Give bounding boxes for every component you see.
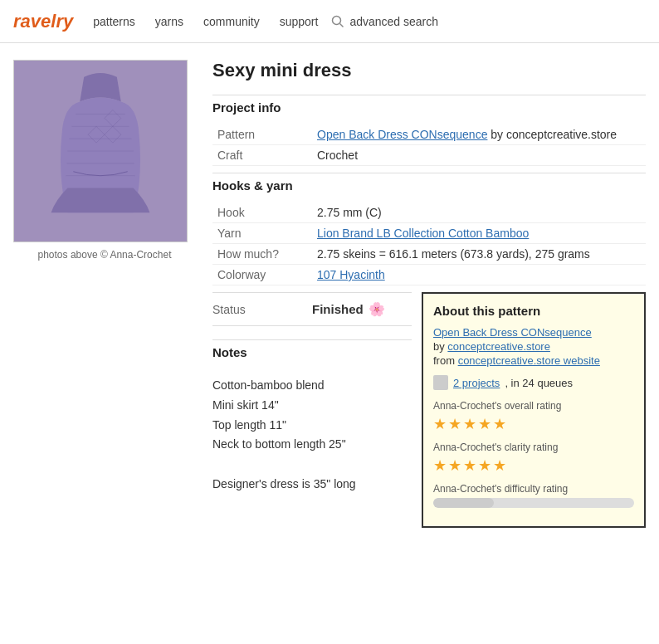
about-by-line: by conceptcreative.store xyxy=(433,340,634,353)
clarity-star-5: ★ xyxy=(493,456,506,475)
note-line-4: Designer's dress is 35" long xyxy=(212,475,412,495)
about-pattern-link[interactable]: Open Back Dress CONsequence xyxy=(433,326,592,339)
hooks-yarn-table: Hook 2.75 mm (C) Yarn Lion Brand LB Coll… xyxy=(212,202,646,285)
svg-line-1 xyxy=(340,23,344,27)
status-about-container: Status Finished 🌸 Notes Cotton-bamboo bl… xyxy=(212,292,646,528)
about-panel: About this pattern Open Back Dress CONse… xyxy=(422,292,646,528)
queues-text: , in 24 queues xyxy=(505,377,573,389)
advanced-search-label: advanced search xyxy=(349,15,438,28)
ravelry-logo[interactable]: ravelry xyxy=(13,11,73,32)
how-much-row: How much? 2.75 skeins = 616.1 meters (67… xyxy=(212,244,646,265)
hook-row: Hook 2.75 mm (C) xyxy=(212,202,646,223)
note-line-1: Mini skirt 14" xyxy=(212,396,412,416)
overall-star-5: ★ xyxy=(493,415,506,433)
about-by-text: by xyxy=(433,340,445,353)
photo-credit: photos above © Anna-Crochet xyxy=(13,249,196,261)
how-much-label: How much? xyxy=(212,244,312,265)
colorway-link[interactable]: 107 Hyacinth xyxy=(317,268,385,281)
difficulty-rating-section: Anna-Crochet's difficulty rating xyxy=(433,483,634,508)
nav-links: patterns yarns community support xyxy=(93,15,318,28)
hook-label: Hook xyxy=(212,202,312,223)
status-emoji: 🌸 xyxy=(369,301,385,317)
overall-star-4: ★ xyxy=(478,415,491,433)
about-from-text: from xyxy=(433,354,455,367)
project-info-header: Project info xyxy=(212,95,646,120)
clarity-star-2: ★ xyxy=(448,456,461,475)
colorway-label: Colorway xyxy=(212,265,312,285)
overall-star-2: ★ xyxy=(448,415,461,433)
left-column: photos above © Anna-Crochet xyxy=(13,60,196,528)
project-image xyxy=(13,60,188,242)
nav-support[interactable]: support xyxy=(280,15,319,28)
about-from-line: from conceptcreative.store website xyxy=(433,354,634,367)
advanced-search[interactable]: advanced search xyxy=(331,15,438,28)
projects-line: 2 projects , in 24 queues xyxy=(433,375,634,390)
status-label: Status xyxy=(212,303,312,316)
overall-star-1: ★ xyxy=(433,415,447,433)
difficulty-rating-label: Anna-Crochet's difficulty rating xyxy=(433,483,634,495)
about-by-link[interactable]: conceptcreative.store xyxy=(447,340,550,353)
yarn-label: Yarn xyxy=(212,223,312,244)
status-text: Finished xyxy=(312,302,364,316)
yarn-value: Lion Brand LB Collection Cotton Bamboo xyxy=(312,223,646,244)
nav-community[interactable]: community xyxy=(203,15,260,28)
navbar: ravelry patterns yarns community support… xyxy=(0,0,659,43)
colorway-row: Colorway 107 Hyacinth xyxy=(212,265,646,285)
pattern-row: Pattern Open Back Dress CONsequence by c… xyxy=(212,124,646,145)
how-much-value: 2.75 skeins = 616.1 meters (673.8 yards)… xyxy=(312,244,646,265)
overall-rating-section: Anna-Crochet's overall rating ★ ★ ★ ★ ★ xyxy=(433,400,634,433)
status-row: Status Finished 🌸 xyxy=(212,292,412,326)
about-panel-title: About this pattern xyxy=(433,304,634,318)
search-icon xyxy=(331,15,344,28)
status-section: Status Finished 🌸 Notes Cotton-bamboo bl… xyxy=(212,292,412,501)
main-content: photos above © Anna-Crochet Sexy mini dr… xyxy=(0,43,659,544)
craft-row: Craft Crochet xyxy=(212,145,646,166)
yarn-link[interactable]: Lion Brand LB Collection Cotton Bamboo xyxy=(317,227,529,240)
note-line-3: Neck to bottom length 25" xyxy=(212,435,412,455)
clarity-rating-label: Anna-Crochet's clarity rating xyxy=(433,442,634,453)
clarity-stars: ★ ★ ★ ★ ★ xyxy=(433,456,634,475)
projects-link[interactable]: 2 projects xyxy=(453,377,500,389)
note-line-0: Cotton-bamboo blend xyxy=(212,376,412,396)
overall-rating-label: Anna-Crochet's overall rating xyxy=(433,400,634,412)
difficulty-fill xyxy=(433,498,494,508)
right-column: Sexy mini dress Project info Pattern Ope… xyxy=(212,60,646,528)
overall-star-3: ★ xyxy=(463,415,476,433)
clarity-star-4: ★ xyxy=(478,456,491,475)
project-info-table: Pattern Open Back Dress CONsequence by c… xyxy=(212,124,646,166)
pattern-by: by conceptcreative.store xyxy=(491,128,617,141)
clarity-star-3: ★ xyxy=(463,456,476,475)
pattern-link[interactable]: Open Back Dress CONsequence xyxy=(317,128,487,141)
projects-icon xyxy=(433,375,448,390)
hook-value: 2.75 mm (C) xyxy=(312,202,646,223)
notes-header: Notes xyxy=(212,339,412,364)
notes-text: Cotton-bamboo blend Mini skirt 14" Top l… xyxy=(212,369,412,501)
about-from-link[interactable]: conceptcreative.store website xyxy=(458,354,600,367)
craft-value: Crochet xyxy=(312,145,646,166)
overall-stars: ★ ★ ★ ★ ★ xyxy=(433,415,634,433)
note-line-2: Top length 11" xyxy=(212,416,412,436)
project-title: Sexy mini dress xyxy=(212,60,646,81)
about-pattern-link-line: Open Back Dress CONsequence xyxy=(433,326,634,339)
svg-point-0 xyxy=(333,16,341,24)
craft-label: Craft xyxy=(212,145,312,166)
pattern-value: Open Back Dress CONsequence by conceptcr… xyxy=(312,124,646,145)
notes-section: Notes Cotton-bamboo blend Mini skirt 14"… xyxy=(212,339,412,501)
pattern-label: Pattern xyxy=(212,124,312,145)
nav-yarns[interactable]: yarns xyxy=(155,15,183,28)
clarity-star-1: ★ xyxy=(433,456,447,475)
status-value: Finished 🌸 xyxy=(312,301,385,317)
clarity-rating-section: Anna-Crochet's clarity rating ★ ★ ★ ★ ★ xyxy=(433,442,634,475)
difficulty-bar xyxy=(433,498,634,508)
nav-patterns[interactable]: patterns xyxy=(93,15,135,28)
yarn-row: Yarn Lion Brand LB Collection Cotton Bam… xyxy=(212,223,646,244)
hooks-yarn-header: Hooks & yarn xyxy=(212,173,646,198)
colorway-value: 107 Hyacinth xyxy=(312,265,646,285)
